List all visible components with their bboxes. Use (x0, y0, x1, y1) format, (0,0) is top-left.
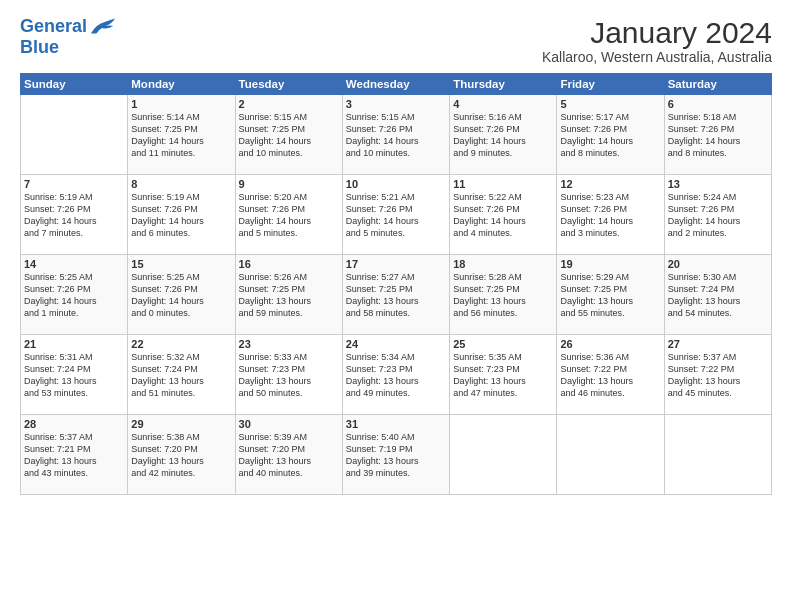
calendar-cell: 17Sunrise: 5:27 AMSunset: 7:25 PMDayligh… (342, 255, 449, 335)
cell-content: Sunrise: 5:38 AMSunset: 7:20 PMDaylight:… (131, 431, 231, 480)
calendar-cell: 30Sunrise: 5:39 AMSunset: 7:20 PMDayligh… (235, 415, 342, 495)
calendar-cell: 7Sunrise: 5:19 AMSunset: 7:26 PMDaylight… (21, 175, 128, 255)
cell-content: Sunrise: 5:19 AMSunset: 7:26 PMDaylight:… (131, 191, 231, 240)
calendar-cell: 19Sunrise: 5:29 AMSunset: 7:25 PMDayligh… (557, 255, 664, 335)
day-number: 23 (239, 338, 339, 350)
calendar-cell: 10Sunrise: 5:21 AMSunset: 7:26 PMDayligh… (342, 175, 449, 255)
day-number: 3 (346, 98, 446, 110)
cell-content: Sunrise: 5:29 AMSunset: 7:25 PMDaylight:… (560, 271, 660, 320)
calendar-week-row: 28Sunrise: 5:37 AMSunset: 7:21 PMDayligh… (21, 415, 772, 495)
calendar-cell: 21Sunrise: 5:31 AMSunset: 7:24 PMDayligh… (21, 335, 128, 415)
calendar-cell (664, 415, 771, 495)
cell-content: Sunrise: 5:19 AMSunset: 7:26 PMDaylight:… (24, 191, 124, 240)
calendar-cell: 27Sunrise: 5:37 AMSunset: 7:22 PMDayligh… (664, 335, 771, 415)
calendar-cell: 22Sunrise: 5:32 AMSunset: 7:24 PMDayligh… (128, 335, 235, 415)
cell-content: Sunrise: 5:23 AMSunset: 7:26 PMDaylight:… (560, 191, 660, 240)
calendar-cell: 20Sunrise: 5:30 AMSunset: 7:24 PMDayligh… (664, 255, 771, 335)
cell-content: Sunrise: 5:18 AMSunset: 7:26 PMDaylight:… (668, 111, 768, 160)
cell-content: Sunrise: 5:25 AMSunset: 7:26 PMDaylight:… (24, 271, 124, 320)
title-block: January 2024 Kallaroo, Western Australia… (542, 16, 772, 65)
calendar-cell: 25Sunrise: 5:35 AMSunset: 7:23 PMDayligh… (450, 335, 557, 415)
header-sunday: Sunday (21, 74, 128, 95)
cell-content: Sunrise: 5:40 AMSunset: 7:19 PMDaylight:… (346, 431, 446, 480)
day-number: 7 (24, 178, 124, 190)
cell-content: Sunrise: 5:21 AMSunset: 7:26 PMDaylight:… (346, 191, 446, 240)
day-number: 14 (24, 258, 124, 270)
cell-content: Sunrise: 5:37 AMSunset: 7:22 PMDaylight:… (668, 351, 768, 400)
cell-content: Sunrise: 5:35 AMSunset: 7:23 PMDaylight:… (453, 351, 553, 400)
day-number: 18 (453, 258, 553, 270)
header-friday: Friday (557, 74, 664, 95)
day-number: 31 (346, 418, 446, 430)
day-number: 10 (346, 178, 446, 190)
cell-content: Sunrise: 5:27 AMSunset: 7:25 PMDaylight:… (346, 271, 446, 320)
calendar-cell (21, 95, 128, 175)
cell-content: Sunrise: 5:37 AMSunset: 7:21 PMDaylight:… (24, 431, 124, 480)
cell-content: Sunrise: 5:15 AMSunset: 7:25 PMDaylight:… (239, 111, 339, 160)
cell-content: Sunrise: 5:39 AMSunset: 7:20 PMDaylight:… (239, 431, 339, 480)
calendar-week-row: 1Sunrise: 5:14 AMSunset: 7:25 PMDaylight… (21, 95, 772, 175)
calendar-cell: 15Sunrise: 5:25 AMSunset: 7:26 PMDayligh… (128, 255, 235, 335)
header-saturday: Saturday (664, 74, 771, 95)
header-monday: Monday (128, 74, 235, 95)
day-number: 26 (560, 338, 660, 350)
calendar-cell: 28Sunrise: 5:37 AMSunset: 7:21 PMDayligh… (21, 415, 128, 495)
calendar-cell: 3Sunrise: 5:15 AMSunset: 7:26 PMDaylight… (342, 95, 449, 175)
calendar-cell: 14Sunrise: 5:25 AMSunset: 7:26 PMDayligh… (21, 255, 128, 335)
day-number: 9 (239, 178, 339, 190)
calendar-cell: 12Sunrise: 5:23 AMSunset: 7:26 PMDayligh… (557, 175, 664, 255)
calendar-header-row: Sunday Monday Tuesday Wednesday Thursday… (21, 74, 772, 95)
cell-content: Sunrise: 5:31 AMSunset: 7:24 PMDaylight:… (24, 351, 124, 400)
calendar-cell: 6Sunrise: 5:18 AMSunset: 7:26 PMDaylight… (664, 95, 771, 175)
header-tuesday: Tuesday (235, 74, 342, 95)
cell-content: Sunrise: 5:36 AMSunset: 7:22 PMDaylight:… (560, 351, 660, 400)
calendar-cell: 29Sunrise: 5:38 AMSunset: 7:20 PMDayligh… (128, 415, 235, 495)
calendar-cell: 31Sunrise: 5:40 AMSunset: 7:19 PMDayligh… (342, 415, 449, 495)
calendar-cell: 23Sunrise: 5:33 AMSunset: 7:23 PMDayligh… (235, 335, 342, 415)
calendar-cell: 16Sunrise: 5:26 AMSunset: 7:25 PMDayligh… (235, 255, 342, 335)
cell-content: Sunrise: 5:32 AMSunset: 7:24 PMDaylight:… (131, 351, 231, 400)
day-number: 8 (131, 178, 231, 190)
calendar-cell (450, 415, 557, 495)
cell-content: Sunrise: 5:26 AMSunset: 7:25 PMDaylight:… (239, 271, 339, 320)
calendar-week-row: 14Sunrise: 5:25 AMSunset: 7:26 PMDayligh… (21, 255, 772, 335)
page-header: GeneralBlue January 2024 Kallaroo, Weste… (20, 16, 772, 65)
day-number: 1 (131, 98, 231, 110)
calendar-cell: 11Sunrise: 5:22 AMSunset: 7:26 PMDayligh… (450, 175, 557, 255)
calendar-table: Sunday Monday Tuesday Wednesday Thursday… (20, 73, 772, 495)
cell-content: Sunrise: 5:34 AMSunset: 7:23 PMDaylight:… (346, 351, 446, 400)
header-thursday: Thursday (450, 74, 557, 95)
cell-content: Sunrise: 5:16 AMSunset: 7:26 PMDaylight:… (453, 111, 553, 160)
cell-content: Sunrise: 5:15 AMSunset: 7:26 PMDaylight:… (346, 111, 446, 160)
logo: GeneralBlue (20, 16, 117, 58)
day-number: 17 (346, 258, 446, 270)
day-number: 11 (453, 178, 553, 190)
calendar-cell: 5Sunrise: 5:17 AMSunset: 7:26 PMDaylight… (557, 95, 664, 175)
day-number: 29 (131, 418, 231, 430)
day-number: 6 (668, 98, 768, 110)
day-number: 19 (560, 258, 660, 270)
calendar-cell: 13Sunrise: 5:24 AMSunset: 7:26 PMDayligh… (664, 175, 771, 255)
day-number: 20 (668, 258, 768, 270)
cell-content: Sunrise: 5:33 AMSunset: 7:23 PMDaylight:… (239, 351, 339, 400)
day-number: 28 (24, 418, 124, 430)
day-number: 24 (346, 338, 446, 350)
calendar-cell: 18Sunrise: 5:28 AMSunset: 7:25 PMDayligh… (450, 255, 557, 335)
cell-content: Sunrise: 5:17 AMSunset: 7:26 PMDaylight:… (560, 111, 660, 160)
calendar-cell: 8Sunrise: 5:19 AMSunset: 7:26 PMDaylight… (128, 175, 235, 255)
calendar-week-row: 21Sunrise: 5:31 AMSunset: 7:24 PMDayligh… (21, 335, 772, 415)
day-number: 13 (668, 178, 768, 190)
day-number: 22 (131, 338, 231, 350)
cell-content: Sunrise: 5:20 AMSunset: 7:26 PMDaylight:… (239, 191, 339, 240)
cell-content: Sunrise: 5:24 AMSunset: 7:26 PMDaylight:… (668, 191, 768, 240)
header-wednesday: Wednesday (342, 74, 449, 95)
day-number: 15 (131, 258, 231, 270)
day-number: 4 (453, 98, 553, 110)
day-number: 30 (239, 418, 339, 430)
day-number: 16 (239, 258, 339, 270)
calendar-cell (557, 415, 664, 495)
calendar-cell: 2Sunrise: 5:15 AMSunset: 7:25 PMDaylight… (235, 95, 342, 175)
calendar-cell: 24Sunrise: 5:34 AMSunset: 7:23 PMDayligh… (342, 335, 449, 415)
calendar-cell: 1Sunrise: 5:14 AMSunset: 7:25 PMDaylight… (128, 95, 235, 175)
day-number: 27 (668, 338, 768, 350)
